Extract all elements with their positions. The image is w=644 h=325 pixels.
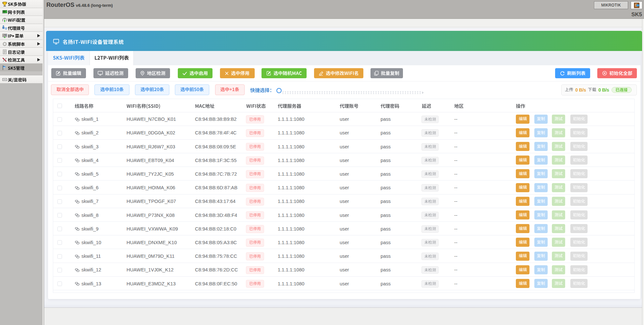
svg-text:255: 255 xyxy=(3,34,6,36)
